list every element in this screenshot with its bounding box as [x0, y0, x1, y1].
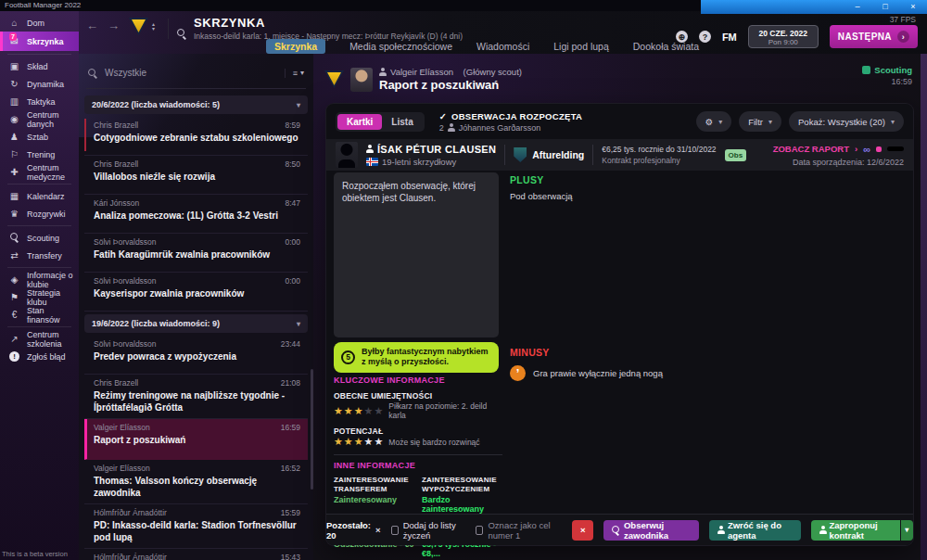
club-stepper[interactable]: ▴ ▾: [152, 22, 155, 32]
observe-player-button[interactable]: Obserwuj zawodnika: [603, 520, 698, 541]
inbox-message[interactable]: Hólmfríður Árnadóttir15:59 PD: Inkasso-d…: [84, 504, 308, 549]
sidebar-item-skrzynka[interactable]: ✉7 Skrzynka: [0, 32, 79, 51]
inbox-filter-value[interactable]: Wszystkie: [105, 68, 146, 78]
sidebar-item-scouting[interactable]: Scouting: [0, 229, 79, 247]
divider: [504, 145, 505, 165]
assignee-name[interactable]: Jóhannes Garðarsson: [459, 123, 541, 133]
inbox-message[interactable]: Hólmfríður Árnadóttir15:43: [84, 549, 308, 560]
tab-media-spolecznosciowe[interactable]: Media społecznościowe: [349, 41, 452, 52]
chevron-down-icon: ▾: [768, 118, 772, 126]
show-dropdown[interactable]: Pokaż: Wszystkie (20)▾: [789, 111, 904, 132]
settings-dropdown[interactable]: ⚙▾: [696, 111, 732, 132]
player-club[interactable]: Afturelding: [514, 147, 584, 162]
view-list-tab[interactable]: Lista: [382, 114, 422, 130]
inbox-message[interactable]: Kári Jónsson8:47 Analiza pomeczowa: (1L)…: [84, 195, 308, 234]
potential-stars: ★★★★★ Może się bardzo rozwinąć: [334, 437, 502, 447]
sidebar-item-transfery[interactable]: ⇄ Transfery: [0, 247, 79, 264]
scout-name[interactable]: Valgeir Elíasson: [390, 67, 453, 77]
close-button[interactable]: ×: [899, 0, 927, 14]
tab-ligi-pod-lupa[interactable]: Ligi pod lupą: [553, 41, 609, 52]
maximize-button[interactable]: □: [871, 0, 899, 14]
close-icon[interactable]: ×: [375, 525, 381, 535]
report-title: Raport z poszukiwań: [379, 78, 522, 92]
pros-item: Pod obserwacją: [510, 191, 573, 201]
club-quick-switch[interactable]: ▴ ▾: [129, 18, 155, 35]
divider: [168, 19, 169, 39]
scout-role: (Główny scout): [464, 67, 522, 77]
inbox-message[interactable]: Sölvi Þorvaldsson23:44 Predev powraca z …: [84, 336, 308, 375]
sidebar-item-taktyka[interactable]: ▥ Taktyka: [0, 93, 79, 110]
sidebar-item-trening[interactable]: ⚐ Trening: [0, 146, 79, 163]
sidebar-item-informacje-o-klubie[interactable]: ◈ Informacje o klubie: [0, 271, 79, 288]
checkbox-icon[interactable]: [391, 526, 399, 535]
game-date-button[interactable]: 20 CZE. 2022 Pon 9:00: [748, 25, 819, 48]
sidebar-item-sztab[interactable]: ♟ Sztab: [0, 128, 79, 146]
beta-version-note: This is a beta version: [2, 550, 68, 558]
wishlist-checkbox[interactable]: Dodaj do listy życzeń: [391, 520, 466, 541]
message-subject: Thomas: Valsson kończy obserwację zawodn…: [94, 476, 300, 499]
inbox-message[interactable]: Chris Brazell21:08 Reżimy treningowe na …: [84, 375, 308, 419]
view-report-link[interactable]: ZOBACZ RAPORT: [773, 144, 849, 154]
approach-agent-button[interactable]: Zwróć się do agenta: [709, 520, 801, 541]
sidebar-item-strategia-klubu[interactable]: ⚑ Strategia klubu: [0, 288, 79, 306]
checkbox-icon[interactable]: [476, 526, 483, 535]
message-subject: Fatih Karagümrük zwalnia pracowników: [94, 249, 300, 261]
divider: [592, 145, 593, 165]
filter-controls: ⚙▾ Filtr▾ Pokaż: Wszystkie (20)▾: [696, 111, 904, 132]
search-icon[interactable]: [177, 29, 186, 38]
tab-dookola-swiata[interactable]: Dookoła świata: [633, 41, 699, 52]
back-arrow-icon[interactable]: ←: [86, 19, 98, 32]
player-name[interactable]: ÍSAK PÉTUR CLAUSEN: [377, 144, 496, 155]
offer-contract-button[interactable]: Zaproponuj kontrakt: [811, 520, 900, 541]
club-badge-icon: [514, 147, 527, 162]
sidebar-item-dynamika[interactable]: ↻ Dynamika: [0, 75, 79, 93]
sidebar-item-centrum-medyczne[interactable]: ✚ Centrum medyczne: [0, 163, 79, 181]
inbox-message-selected[interactable]: Valgeir Elíasson16:59 Raport z poszukiwa…: [84, 419, 308, 460]
inbox-message[interactable]: Chris Brazell8:50 Villalobos nieźle się …: [84, 156, 308, 195]
contract-label: Zaproponuj kontrakt: [829, 520, 891, 541]
chevron-down-icon[interactable]: ▾: [152, 27, 155, 32]
sidebar-item-rozgrywki[interactable]: ♛ Rozgrywki: [0, 205, 79, 223]
training-icon: ⚐: [8, 149, 20, 159]
minimize-button[interactable]: –: [844, 0, 871, 14]
target-checkbox[interactable]: Oznacz jako cel numer 1: [476, 520, 562, 541]
inbox-message[interactable]: Valgeir Elíasson16:52 Thomas: Valsson ko…: [84, 460, 308, 504]
inbox-group-header[interactable]: 19/6/2022 (liczba wiadomości: 9) ▾: [84, 314, 308, 333]
view-cards-tab[interactable]: Kartki: [337, 114, 382, 130]
star-rating-empty: ★★: [364, 405, 385, 416]
help-icon[interactable]: ?: [699, 31, 711, 43]
sidebar-item-centrum-danych[interactable]: ◉ Centrum danych: [0, 110, 79, 128]
other-info-heading: INNE INFORMACJE: [334, 461, 502, 470]
forward-arrow-icon[interactable]: →: [108, 19, 120, 32]
inbox-message[interactable]: Chris Brazell8:59 Cotygodniowe zebranie …: [84, 117, 308, 156]
contract-info: €6,25 tys. rocznie do 31/10/2022 Kontrak…: [602, 145, 716, 165]
sidebar-item-centrum-szkolenia[interactable]: ↗ Centrum szkolenia: [0, 330, 79, 348]
contract-options-caret[interactable]: ▾: [901, 520, 913, 541]
fm-logo[interactable]: FM: [722, 32, 737, 43]
sidebar-item-zglos-blad[interactable]: ! Zgłoś błąd: [0, 348, 79, 365]
continue-button[interactable]: NASTĘPNA ›: [830, 25, 918, 48]
tab-skrzynka[interactable]: Skrzynka: [266, 39, 325, 54]
inbox-message[interactable]: Sölvi Þorvaldsson0:00 Fatih Karagümrük z…: [84, 234, 308, 273]
sidebar-item-sklad[interactable]: ▣ Skład: [0, 57, 79, 75]
sidebar-item-kalendarz[interactable]: ▦ Kalendarz: [0, 187, 79, 205]
tab-wiadomosci[interactable]: Wiadomości: [476, 41, 529, 52]
unread-badge: 7: [9, 32, 17, 41]
inbox-message[interactable]: Sölvi Þorvaldsson0:00 Kayserispor zwalni…: [84, 273, 308, 312]
sidebar-item-label: Transfery: [27, 251, 62, 261]
inbox-view-menu[interactable]: ≡ ▾: [285, 69, 304, 78]
search-icon[interactable]: [88, 69, 97, 78]
inbox-group-header[interactable]: 20/6/2022 (liczba wiadomości: 5) ▾: [84, 95, 308, 114]
reject-button[interactable]: ×: [572, 520, 593, 541]
filter-dropdown[interactable]: Filtr▾: [739, 111, 781, 132]
transfer-interest-value: Zainteresowany: [334, 495, 414, 504]
sidebar-item-stan-finansow[interactable]: € Stan finansów: [0, 306, 79, 324]
section-tabs: Skrzynka Media społecznościowe Wiadomośc…: [266, 39, 699, 54]
report-toggle[interactable]: [887, 146, 904, 151]
message-time: 16:52: [281, 464, 300, 473]
message-sender: Hólmfríður Árnadóttir: [94, 553, 167, 560]
message-time: 8:47: [285, 198, 300, 208]
sidebar-item-dom[interactable]: ⌂ Dom: [0, 14, 79, 32]
person-icon: [819, 526, 825, 534]
observe-label: Obserwuj zawodnika: [624, 520, 691, 541]
